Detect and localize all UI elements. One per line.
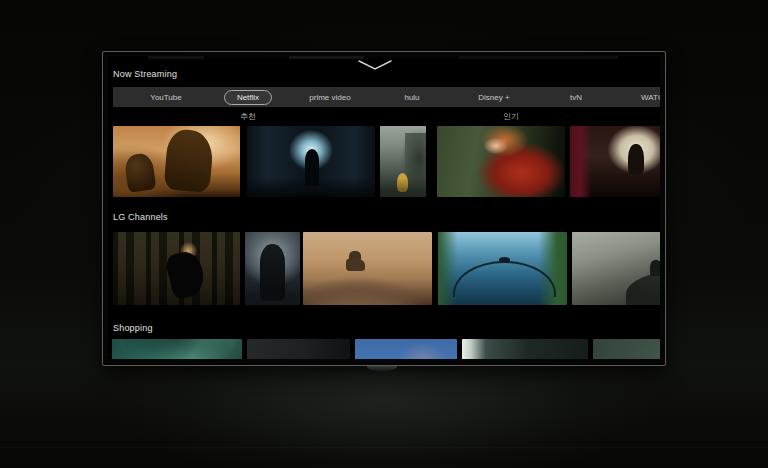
thumbnail-canyon-bridge-crossing[interactable]	[438, 232, 567, 305]
thumbnail-silhouette-in-dark-tunnel[interactable]	[247, 126, 375, 197]
chevron-down-icon[interactable]	[358, 60, 392, 71]
thumbnail-blue-sky[interactable]	[355, 339, 457, 359]
section-title-lg-channels: LG Channels	[113, 212, 168, 222]
tab-youtube[interactable]: YouTube	[125, 91, 207, 104]
thumbnail-girl-on-windowsill[interactable]	[570, 126, 660, 197]
tab-watcha[interactable]: WATCHA	[617, 91, 660, 104]
thumbnail-red-cloaked-woman-in-forest[interactable]	[437, 126, 565, 197]
thumbnail-waterfall-cliff[interactable]	[462, 339, 588, 359]
tab-netflix[interactable]: Netflix	[207, 90, 289, 105]
top-ghost-strip	[148, 56, 618, 59]
section-title-shopping: Shopping	[113, 323, 153, 333]
thumbnail-teal-underwater-foliage[interactable]	[112, 339, 242, 359]
section-title-now-streaming: Now Streaming	[113, 69, 177, 79]
thumbnail-woman-black-dress-forest[interactable]	[113, 232, 240, 305]
tv-stand	[367, 366, 397, 371]
category-label-popular: 인기	[503, 111, 519, 122]
tab-tvn[interactable]: tvN	[535, 91, 617, 104]
tab-prime-video[interactable]: prime video	[289, 91, 371, 104]
tv-frame: Now Streaming YouTube Netflix prime vide…	[102, 51, 666, 366]
category-label-recommended: 추천	[240, 111, 256, 122]
thumbnail-hooded-figure-in-mist[interactable]	[245, 232, 300, 305]
thumbnail-dark-moon-scene[interactable]	[247, 339, 350, 359]
thumbnail-green-foliage[interactable]	[593, 339, 660, 359]
thumbnail-cavemen-in-dust-storm[interactable]	[113, 126, 240, 197]
tab-disney-plus[interactable]: Disney +	[453, 91, 535, 104]
thumbnail-misty-forest-yellow-cloak[interactable]	[380, 126, 426, 197]
dark-room-background: Now Streaming YouTube Netflix prime vide…	[0, 0, 768, 468]
thumbnail-horseman-grey-mountains[interactable]	[572, 232, 660, 305]
tab-hulu[interactable]: hulu	[371, 91, 453, 104]
thumbnail-horseman-sepia-hills[interactable]	[303, 232, 432, 305]
desk-edge-line	[0, 447, 768, 448]
streaming-tab-bar: YouTube Netflix prime video hulu Disney …	[113, 87, 660, 107]
tv-screen: Now Streaming YouTube Netflix prime vide…	[108, 56, 660, 359]
